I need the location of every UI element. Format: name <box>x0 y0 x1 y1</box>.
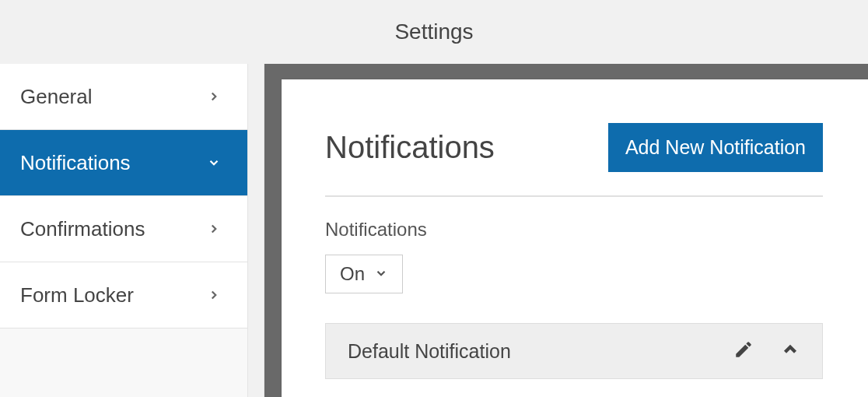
notifications-toggle-select[interactable]: On <box>325 255 403 293</box>
main-content-area: Notifications Add New Notification Notif… <box>264 64 868 397</box>
chevron-right-icon <box>207 288 221 302</box>
sidebar-item-general[interactable]: General <box>0 64 247 130</box>
panel-title: Notifications <box>325 130 495 165</box>
page-title: Settings <box>394 19 473 44</box>
notifications-panel: Notifications Add New Notification Notif… <box>282 79 868 397</box>
chevron-down-icon <box>374 263 388 285</box>
sidebar-item-notifications[interactable]: Notifications <box>0 130 247 196</box>
row-actions <box>733 339 800 363</box>
notification-row[interactable]: Default Notification <box>325 323 823 379</box>
chevron-right-icon <box>207 90 221 104</box>
panel-header: Notifications Add New Notification <box>325 123 823 197</box>
body-wrap: General Notifications Confirmations Form… <box>0 64 868 397</box>
notification-row-name: Default Notification <box>348 340 511 363</box>
chevron-up-icon[interactable] <box>780 339 800 363</box>
sidebar-item-label: Form Locker <box>20 283 134 307</box>
scrollbar-gutter[interactable] <box>247 64 264 397</box>
chevron-right-icon <box>207 222 221 236</box>
settings-header: Settings <box>0 0 868 64</box>
sidebar-item-label: Confirmations <box>20 217 145 241</box>
settings-sidebar: General Notifications Confirmations Form… <box>0 64 247 397</box>
chevron-down-icon <box>207 156 221 170</box>
sidebar-item-label: Notifications <box>20 151 131 175</box>
sidebar-item-label: General <box>20 85 93 109</box>
select-value: On <box>340 263 365 285</box>
notifications-toggle-label: Notifications <box>325 219 823 241</box>
add-new-notification-button[interactable]: Add New Notification <box>608 123 823 172</box>
sidebar-item-form-locker[interactable]: Form Locker <box>0 262 247 328</box>
edit-icon[interactable] <box>733 339 754 363</box>
sidebar-item-confirmations[interactable]: Confirmations <box>0 196 247 262</box>
